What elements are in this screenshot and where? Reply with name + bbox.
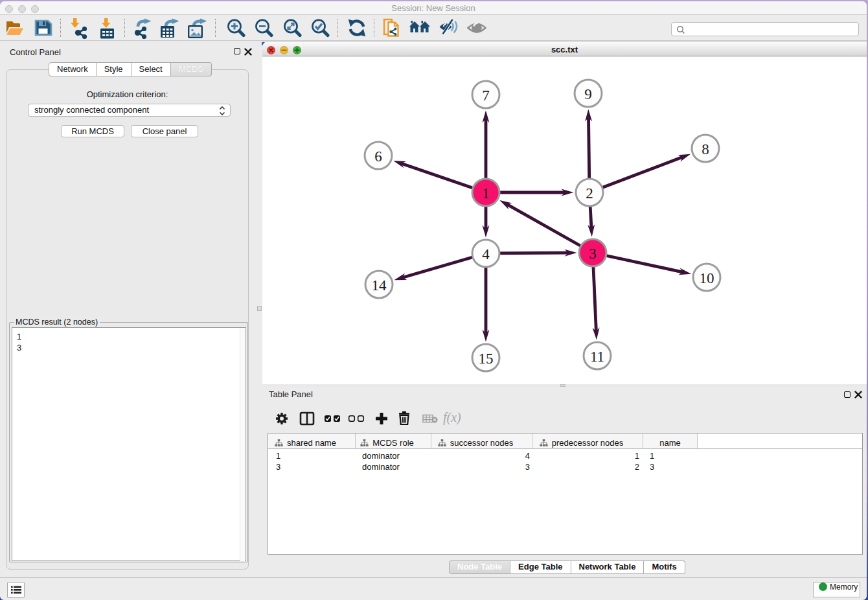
svg-text:10: 10 [700,270,714,286]
svg-text:4: 4 [482,246,490,262]
svg-text:1: 1 [482,185,490,202]
svg-text:15: 15 [479,351,494,367]
svg-text:6: 6 [374,148,382,165]
svg-text:2: 2 [586,185,593,202]
svg-text:11: 11 [590,349,604,365]
svg-text:8: 8 [702,141,709,157]
svg-text:14: 14 [372,277,387,294]
svg-text:9: 9 [584,86,592,102]
svg-text:7: 7 [482,87,490,104]
svg-text:3: 3 [589,246,597,262]
